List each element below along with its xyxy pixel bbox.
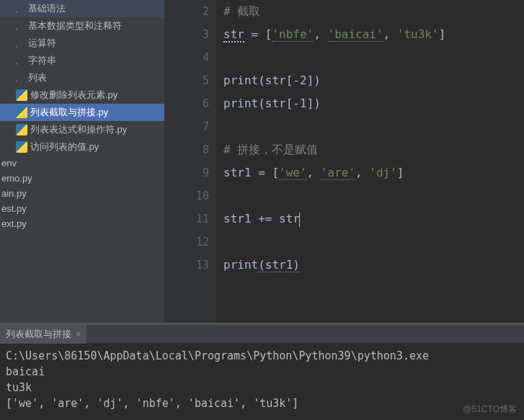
- code-token: str1 = [: [223, 166, 279, 179]
- bullet-icon: 、: [14, 71, 24, 84]
- tree-item-3[interactable]: 、字符串: [0, 52, 164, 69]
- code-token: (: [258, 97, 265, 110]
- tree-item-label: 基础语法: [28, 2, 66, 15]
- console-line: C:\Users\86150\AppData\Local\Programs\Py…: [6, 348, 518, 364]
- code-token: (str1): [258, 258, 300, 272]
- code-line[interactable]: print(str[-2]): [223, 69, 517, 92]
- line-number: 9: [164, 161, 209, 184]
- bullet-icon: 、: [14, 54, 24, 67]
- code-token: 'tu3k': [397, 27, 439, 41]
- tree-item-4[interactable]: 、列表: [0, 69, 164, 86]
- code-line[interactable]: print(str[-1]): [223, 92, 517, 115]
- code-token: 'are': [321, 166, 355, 180]
- code-token: 1: [300, 97, 307, 110]
- code-line[interactable]: # 截取: [223, 0, 517, 23]
- code-token: ,: [383, 27, 397, 41]
- line-number: 6: [164, 92, 209, 115]
- tree-item-12[interactable]: est.py: [0, 201, 164, 216]
- line-gutter: 2345678910111213: [164, 0, 216, 323]
- code-line[interactable]: [223, 184, 517, 207]
- code-token: 'we': [279, 166, 307, 180]
- code-editor[interactable]: # 截取str = ['nbfe', 'baicai', 'tu3k']prin…: [216, 0, 524, 323]
- line-number: 12: [164, 231, 209, 254]
- tree-item-8[interactable]: 访问列表的值.py: [0, 138, 164, 156]
- code-token: 2: [300, 73, 307, 87]
- bullet-icon: 、: [14, 19, 24, 32]
- code-token: ,: [314, 27, 327, 41]
- code-token: ]: [397, 166, 404, 179]
- code-token: print: [223, 97, 258, 110]
- code-line[interactable]: str = ['nbfe', 'baicai', 'tu3k']: [223, 23, 517, 46]
- tree-item-5[interactable]: 修改删除列表元素.py: [0, 86, 164, 104]
- line-number: 11: [164, 207, 209, 231]
- code-line[interactable]: [223, 115, 517, 138]
- python-file-icon: [16, 107, 27, 118]
- tree-item-label: 修改删除列表元素.py: [30, 89, 117, 102]
- tree-item-11[interactable]: ain.py: [0, 186, 164, 201]
- code-line[interactable]: [223, 46, 517, 69]
- line-number: 8: [164, 138, 209, 161]
- console-tab-label: 列表截取与拼接: [6, 328, 71, 341]
- tree-item-label: 列表表达式和操作符.py: [30, 123, 127, 136]
- tree-item-label: 列表截取与拼接.py: [30, 106, 108, 119]
- line-number: 13: [164, 254, 209, 277]
- code-token: str: [279, 212, 300, 225]
- tree-item-9[interactable]: env: [0, 156, 164, 171]
- code-line[interactable]: # 拼接，不是赋值: [223, 138, 517, 161]
- tree-item-7[interactable]: 列表表达式和操作符.py: [0, 121, 164, 138]
- tree-item-label: 访问列表的值.py: [30, 140, 99, 153]
- line-number: 3: [164, 23, 209, 46]
- line-number: 5: [164, 69, 209, 92]
- console-output: C:\Users\86150\AppData\Local\Programs\Py…: [0, 344, 524, 420]
- tree-item-label: env: [1, 158, 17, 169]
- code-line[interactable]: str1 = ['we', 'are', 'dj']: [223, 161, 517, 184]
- code-token: ,: [307, 166, 321, 179]
- code-line[interactable]: [223, 231, 517, 254]
- tree-item-2[interactable]: 、运算符: [0, 35, 164, 52]
- tree-item-1[interactable]: 、基本数据类型和注释符: [0, 17, 164, 35]
- code-token: 'baicai': [328, 27, 383, 42]
- console-tab[interactable]: 列表截取与拼接 ×: [0, 325, 86, 344]
- watermark: @51CTO博客: [463, 403, 517, 416]
- console-line: tu3k: [6, 380, 518, 396]
- code-token: ]: [439, 27, 446, 41]
- project-sidebar: 、基础语法、基本数据类型和注释符、运算符、字符串、列表修改删除列表元素.py列表…: [0, 0, 164, 323]
- code-token: 'nbfe': [272, 27, 314, 42]
- python-file-icon: [16, 141, 27, 153]
- code-token: (: [258, 73, 265, 87]
- close-icon[interactable]: ×: [76, 329, 81, 339]
- code-token: # 拼接，不是赋值: [223, 143, 318, 156]
- code-token: ]): [307, 73, 321, 87]
- tree-item-label: 列表: [28, 71, 47, 84]
- tree-item-label: 基本数据类型和注释符: [28, 19, 122, 32]
- code-token: # 截取: [223, 4, 260, 18]
- tree-item-label: est.py: [1, 203, 27, 214]
- tree-item-10[interactable]: emo.py: [0, 171, 164, 186]
- code-line[interactable]: str1 += str: [223, 207, 517, 231]
- code-token: str1 +=: [223, 212, 279, 225]
- python-file-icon: [16, 124, 27, 135]
- python-file-icon: [16, 89, 27, 101]
- text-cursor: [299, 213, 300, 227]
- line-number: 7: [164, 115, 209, 138]
- tree-item-6[interactable]: 列表截取与拼接.py: [0, 104, 164, 121]
- code-token: [-: [286, 73, 300, 87]
- code-line[interactable]: print(str1): [223, 254, 517, 277]
- code-token: str: [265, 73, 286, 87]
- line-number: 2: [164, 0, 209, 23]
- code-token: print: [223, 258, 258, 272]
- tree-item-label: ain.py: [1, 188, 27, 199]
- code-token: print: [223, 73, 258, 87]
- code-token: ,: [355, 166, 369, 179]
- tree-item-label: 字符串: [28, 54, 56, 67]
- tree-item-label: ext.py: [1, 218, 27, 229]
- tree-item-label: 运算符: [28, 37, 56, 50]
- code-token: ]): [307, 97, 321, 110]
- tree-item-label: emo.py: [1, 173, 32, 184]
- bullet-icon: 、: [14, 2, 24, 15]
- tree-item-0[interactable]: 、基础语法: [0, 0, 164, 17]
- code-token: str: [265, 97, 286, 110]
- console-line: ['we', 'are', 'dj', 'nbfe', 'baicai', 't…: [6, 396, 518, 411]
- tree-item-13[interactable]: ext.py: [0, 216, 164, 231]
- line-number: 10: [164, 184, 209, 207]
